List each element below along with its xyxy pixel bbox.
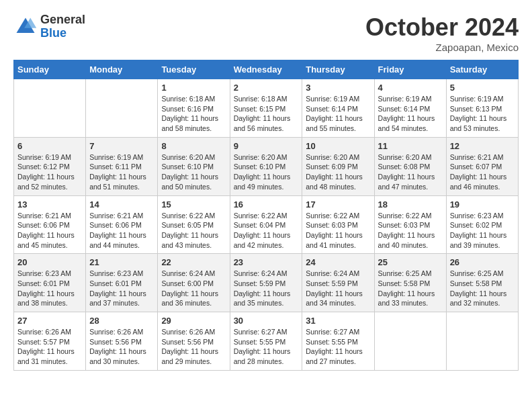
sunrise-label: Sunrise: 6:20 AM xyxy=(161,153,215,161)
day-info: Sunrise: 6:24 AM Sunset: 6:00 PM Dayligh… xyxy=(161,269,226,308)
sunset-label: Sunset: 5:55 PM xyxy=(306,338,358,346)
sunset-label: Sunset: 6:01 PM xyxy=(17,279,70,287)
day-number: 21 xyxy=(89,257,154,267)
calendar-cell: 23 Sunrise: 6:24 AM Sunset: 5:59 PM Dayl… xyxy=(230,254,302,312)
day-info: Sunrise: 6:22 AM Sunset: 6:03 PM Dayligh… xyxy=(378,211,443,250)
sunset-label: Sunset: 6:12 PM xyxy=(17,163,70,171)
calendar-cell: 26 Sunrise: 6:25 AM Sunset: 5:58 PM Dayl… xyxy=(446,254,518,312)
calendar-cell: 4 Sunrise: 6:19 AM Sunset: 6:14 PM Dayli… xyxy=(374,79,446,138)
day-number: 7 xyxy=(89,141,154,151)
weekday-header-saturday: Saturday xyxy=(446,60,518,79)
calendar-cell: 16 Sunrise: 6:22 AM Sunset: 6:04 PM Dayl… xyxy=(230,195,302,254)
calendar-cell: 6 Sunrise: 6:19 AM Sunset: 6:12 PM Dayli… xyxy=(14,137,86,195)
calendar-cell: 9 Sunrise: 6:20 AM Sunset: 6:10 PM Dayli… xyxy=(230,137,302,195)
day-number: 16 xyxy=(234,199,299,210)
sunset-label: Sunset: 5:56 PM xyxy=(161,338,214,346)
calendar-cell: 31 Sunrise: 6:27 AM Sunset: 5:55 PM Dayl… xyxy=(302,312,374,371)
calendar-cell: 7 Sunrise: 6:19 AM Sunset: 6:11 PM Dayli… xyxy=(86,137,158,195)
calendar-cell xyxy=(86,79,158,138)
calendar-cell: 21 Sunrise: 6:23 AM Sunset: 6:01 PM Dayl… xyxy=(86,254,158,312)
daylight-label: Daylight: 11 hours and 32 minutes. xyxy=(450,289,507,308)
day-info: Sunrise: 6:26 AM Sunset: 5:56 PM Dayligh… xyxy=(89,327,154,367)
day-number: 31 xyxy=(306,316,370,326)
sunset-label: Sunset: 6:15 PM xyxy=(234,105,286,113)
weekday-header-tuesday: Tuesday xyxy=(158,60,230,79)
calendar-cell: 2 Sunrise: 6:18 AM Sunset: 6:15 PM Dayli… xyxy=(230,79,302,138)
sunrise-label: Sunrise: 6:19 AM xyxy=(450,95,504,103)
calendar-cell: 28 Sunrise: 6:26 AM Sunset: 5:56 PM Dayl… xyxy=(86,312,158,371)
day-number: 25 xyxy=(378,257,443,267)
sunrise-label: Sunrise: 6:26 AM xyxy=(161,328,215,336)
sunset-label: Sunset: 5:57 PM xyxy=(17,338,70,346)
day-number: 15 xyxy=(161,199,226,210)
daylight-label: Daylight: 11 hours and 54 minutes. xyxy=(378,114,435,132)
sunset-label: Sunset: 6:10 PM xyxy=(161,163,214,171)
sunrise-label: Sunrise: 6:18 AM xyxy=(161,95,215,103)
calendar-cell: 13 Sunrise: 6:21 AM Sunset: 6:06 PM Dayl… xyxy=(14,195,86,254)
day-info: Sunrise: 6:22 AM Sunset: 6:05 PM Dayligh… xyxy=(161,211,226,250)
day-info: Sunrise: 6:24 AM Sunset: 5:59 PM Dayligh… xyxy=(306,269,370,308)
daylight-label: Daylight: 11 hours and 39 minutes. xyxy=(450,231,507,249)
day-number: 4 xyxy=(378,83,443,93)
day-number: 3 xyxy=(306,83,370,93)
day-number: 12 xyxy=(450,141,515,151)
calendar-cell: 12 Sunrise: 6:21 AM Sunset: 6:07 PM Dayl… xyxy=(446,137,518,195)
sunrise-label: Sunrise: 6:27 AM xyxy=(234,328,287,336)
day-number: 2 xyxy=(234,83,299,93)
calendar-cell: 1 Sunrise: 6:18 AM Sunset: 6:16 PM Dayli… xyxy=(158,79,230,138)
sunset-label: Sunset: 6:13 PM xyxy=(450,105,502,113)
day-info: Sunrise: 6:23 AM Sunset: 6:01 PM Dayligh… xyxy=(17,269,82,308)
sunrise-label: Sunrise: 6:21 AM xyxy=(450,153,504,161)
day-info: Sunrise: 6:22 AM Sunset: 6:03 PM Dayligh… xyxy=(306,211,370,250)
calendar-cell: 15 Sunrise: 6:22 AM Sunset: 6:05 PM Dayl… xyxy=(158,195,230,254)
logo-icon xyxy=(13,15,38,39)
day-number: 5 xyxy=(450,83,515,93)
sunrise-label: Sunrise: 6:25 AM xyxy=(378,269,432,277)
daylight-label: Daylight: 11 hours and 53 minutes. xyxy=(450,114,507,132)
day-info: Sunrise: 6:20 AM Sunset: 6:10 PM Dayligh… xyxy=(161,152,226,192)
logo-text-blue: Blue xyxy=(40,26,66,40)
sunset-label: Sunset: 5:59 PM xyxy=(306,279,358,287)
daylight-label: Daylight: 11 hours and 37 minutes. xyxy=(89,289,146,308)
day-info: Sunrise: 6:21 AM Sunset: 6:06 PM Dayligh… xyxy=(89,211,154,250)
daylight-label: Daylight: 11 hours and 29 minutes. xyxy=(161,347,218,365)
day-number: 17 xyxy=(306,199,370,210)
day-info: Sunrise: 6:19 AM Sunset: 6:14 PM Dayligh… xyxy=(306,94,370,134)
weekday-header-wednesday: Wednesday xyxy=(230,60,302,79)
sunset-label: Sunset: 6:01 PM xyxy=(89,279,142,287)
day-info: Sunrise: 6:25 AM Sunset: 5:58 PM Dayligh… xyxy=(450,269,515,308)
sunrise-label: Sunrise: 6:27 AM xyxy=(306,328,359,336)
sunset-label: Sunset: 6:04 PM xyxy=(234,221,286,229)
page-header: General Blue October 2024 Zapoapan, Mexi… xyxy=(13,13,519,53)
day-info: Sunrise: 6:18 AM Sunset: 6:15 PM Dayligh… xyxy=(234,94,299,134)
day-number: 1 xyxy=(161,83,226,93)
daylight-label: Daylight: 11 hours and 30 minutes. xyxy=(89,347,146,365)
daylight-label: Daylight: 11 hours and 35 minutes. xyxy=(234,289,291,308)
day-number: 10 xyxy=(306,141,370,151)
day-number: 22 xyxy=(161,257,226,267)
sunrise-label: Sunrise: 6:26 AM xyxy=(17,328,71,336)
day-info: Sunrise: 6:23 AM Sunset: 6:02 PM Dayligh… xyxy=(450,211,515,250)
daylight-label: Daylight: 11 hours and 33 minutes. xyxy=(378,289,435,308)
day-info: Sunrise: 6:26 AM Sunset: 5:56 PM Dayligh… xyxy=(161,327,226,367)
day-number: 29 xyxy=(161,316,226,326)
sunset-label: Sunset: 5:58 PM xyxy=(378,279,431,287)
sunrise-label: Sunrise: 6:22 AM xyxy=(306,212,359,220)
daylight-label: Daylight: 11 hours and 38 minutes. xyxy=(17,289,75,308)
day-info: Sunrise: 6:27 AM Sunset: 5:55 PM Dayligh… xyxy=(306,327,370,367)
daylight-label: Daylight: 11 hours and 55 minutes. xyxy=(306,114,363,132)
logo-text-general: General xyxy=(40,13,85,26)
day-number: 18 xyxy=(378,199,443,210)
calendar-cell: 14 Sunrise: 6:21 AM Sunset: 6:06 PM Dayl… xyxy=(86,195,158,254)
calendar-week-1: 1 Sunrise: 6:18 AM Sunset: 6:16 PM Dayli… xyxy=(14,79,519,138)
day-number: 8 xyxy=(161,141,226,151)
day-number: 19 xyxy=(450,199,515,210)
sunrise-label: Sunrise: 6:24 AM xyxy=(306,269,359,277)
sunset-label: Sunset: 6:03 PM xyxy=(306,221,358,229)
daylight-label: Daylight: 11 hours and 51 minutes. xyxy=(89,173,146,191)
daylight-label: Daylight: 11 hours and 40 minutes. xyxy=(378,231,435,249)
day-info: Sunrise: 6:19 AM Sunset: 6:14 PM Dayligh… xyxy=(378,94,443,134)
day-number: 14 xyxy=(89,199,154,210)
sunset-label: Sunset: 6:09 PM xyxy=(306,163,358,171)
daylight-label: Daylight: 11 hours and 28 minutes. xyxy=(234,347,291,365)
